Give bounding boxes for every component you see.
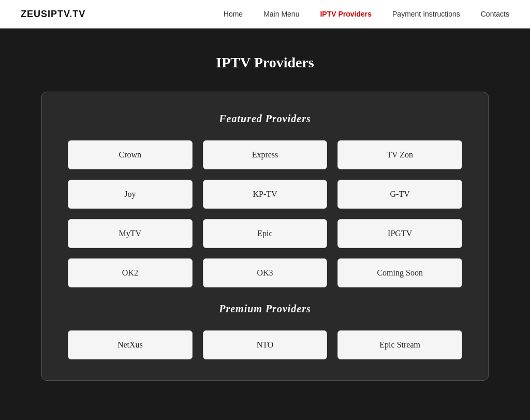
provider-epic[interactable]: Epic [203, 219, 328, 248]
premium-section-title: Premium Providers [68, 303, 462, 315]
page-title: IPTV Providers [41, 54, 489, 71]
premium-providers-grid: NetXus NTO Epic Stream [68, 330, 462, 359]
site-header: ZEUSIPTV.TV Home Main Menu IPTV Provider… [0, 0, 530, 28]
nav-iptv-providers[interactable]: IPTV Providers [320, 10, 372, 18]
providers-container: Featured Providers Crown Express TV Zon … [41, 92, 489, 381]
provider-ipgtv[interactable]: IPGTV [337, 219, 462, 248]
provider-coming-soon[interactable]: Coming Soon [337, 258, 462, 287]
provider-ok2[interactable]: OK2 [68, 258, 193, 287]
provider-express[interactable]: Express [203, 140, 328, 169]
nav-payment-instructions[interactable]: Payment Instructions [392, 10, 460, 18]
nav-home[interactable]: Home [224, 10, 243, 18]
main-nav: Home Main Menu IPTV Providers Payment In… [224, 10, 509, 18]
featured-section-title: Featured Providers [68, 113, 462, 125]
provider-joy[interactable]: Joy [68, 180, 193, 209]
provider-epic-stream[interactable]: Epic Stream [337, 330, 462, 359]
provider-nto[interactable]: NTO [203, 330, 328, 359]
provider-tv-zon[interactable]: TV Zon [337, 140, 462, 169]
provider-netxus[interactable]: NetXus [68, 330, 193, 359]
provider-g-tv[interactable]: G-TV [337, 180, 462, 209]
nav-contacts[interactable]: Contacts [481, 10, 509, 18]
nav-main-menu[interactable]: Main Menu [263, 10, 299, 18]
site-logo: ZEUSIPTV.TV [21, 9, 85, 20]
provider-crown[interactable]: Crown [68, 140, 193, 169]
provider-kp-tv[interactable]: KP-TV [203, 180, 328, 209]
provider-mytv[interactable]: MyTV [68, 219, 193, 248]
featured-providers-grid: Crown Express TV Zon Joy KP-TV G-TV MyTV… [68, 140, 462, 287]
main-content: IPTV Providers Featured Providers Crown … [0, 28, 530, 412]
premium-section: Premium Providers NetXus NTO Epic Stream [68, 303, 462, 359]
provider-ok3[interactable]: OK3 [203, 258, 328, 287]
